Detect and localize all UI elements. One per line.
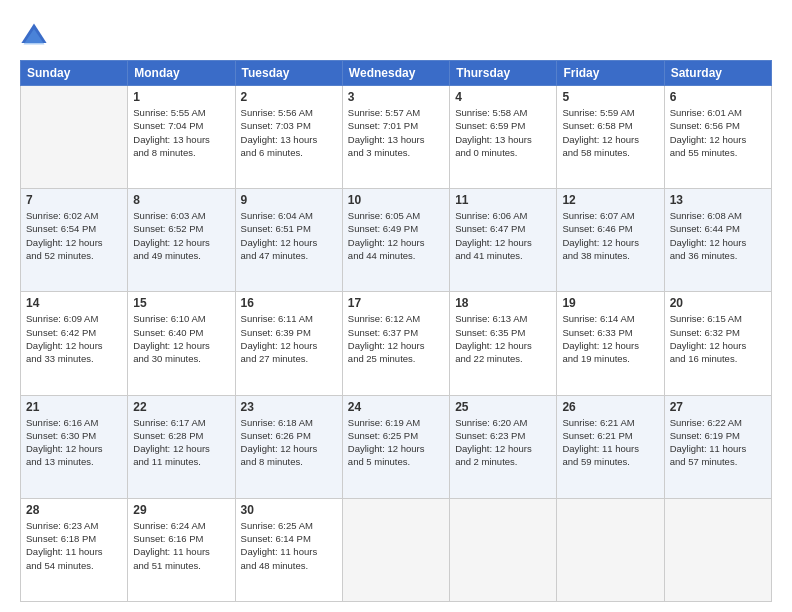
calendar-cell: 12Sunrise: 6:07 AM Sunset: 6:46 PM Dayli… (557, 189, 664, 292)
day-info: Sunrise: 5:57 AM Sunset: 7:01 PM Dayligh… (348, 106, 444, 159)
calendar-cell: 4Sunrise: 5:58 AM Sunset: 6:59 PM Daylig… (450, 86, 557, 189)
day-number: 9 (241, 193, 337, 207)
header (20, 18, 772, 50)
day-info: Sunrise: 6:11 AM Sunset: 6:39 PM Dayligh… (241, 312, 337, 365)
day-info: Sunrise: 6:20 AM Sunset: 6:23 PM Dayligh… (455, 416, 551, 469)
day-number: 16 (241, 296, 337, 310)
calendar-cell: 3Sunrise: 5:57 AM Sunset: 7:01 PM Daylig… (342, 86, 449, 189)
day-info: Sunrise: 6:02 AM Sunset: 6:54 PM Dayligh… (26, 209, 122, 262)
day-number: 24 (348, 400, 444, 414)
calendar-cell: 22Sunrise: 6:17 AM Sunset: 6:28 PM Dayli… (128, 395, 235, 498)
day-info: Sunrise: 6:19 AM Sunset: 6:25 PM Dayligh… (348, 416, 444, 469)
calendar-cell: 19Sunrise: 6:14 AM Sunset: 6:33 PM Dayli… (557, 292, 664, 395)
day-number: 15 (133, 296, 229, 310)
day-info: Sunrise: 6:07 AM Sunset: 6:46 PM Dayligh… (562, 209, 658, 262)
calendar-cell (21, 86, 128, 189)
day-info: Sunrise: 6:09 AM Sunset: 6:42 PM Dayligh… (26, 312, 122, 365)
calendar-cell: 14Sunrise: 6:09 AM Sunset: 6:42 PM Dayli… (21, 292, 128, 395)
day-info: Sunrise: 6:06 AM Sunset: 6:47 PM Dayligh… (455, 209, 551, 262)
day-number: 19 (562, 296, 658, 310)
calendar-cell: 29Sunrise: 6:24 AM Sunset: 6:16 PM Dayli… (128, 498, 235, 601)
day-number: 25 (455, 400, 551, 414)
calendar-cell: 18Sunrise: 6:13 AM Sunset: 6:35 PM Dayli… (450, 292, 557, 395)
calendar-cell: 24Sunrise: 6:19 AM Sunset: 6:25 PM Dayli… (342, 395, 449, 498)
day-info: Sunrise: 5:58 AM Sunset: 6:59 PM Dayligh… (455, 106, 551, 159)
day-info: Sunrise: 6:12 AM Sunset: 6:37 PM Dayligh… (348, 312, 444, 365)
logo (20, 22, 51, 50)
day-number: 8 (133, 193, 229, 207)
day-number: 11 (455, 193, 551, 207)
day-info: Sunrise: 5:56 AM Sunset: 7:03 PM Dayligh… (241, 106, 337, 159)
day-number: 12 (562, 193, 658, 207)
page: SundayMondayTuesdayWednesdayThursdayFrid… (0, 0, 792, 612)
calendar-cell: 23Sunrise: 6:18 AM Sunset: 6:26 PM Dayli… (235, 395, 342, 498)
day-number: 10 (348, 193, 444, 207)
day-number: 18 (455, 296, 551, 310)
day-number: 29 (133, 503, 229, 517)
weekday-header-tuesday: Tuesday (235, 61, 342, 86)
calendar-cell (664, 498, 771, 601)
day-number: 22 (133, 400, 229, 414)
day-number: 28 (26, 503, 122, 517)
weekday-header-friday: Friday (557, 61, 664, 86)
day-info: Sunrise: 6:13 AM Sunset: 6:35 PM Dayligh… (455, 312, 551, 365)
day-info: Sunrise: 6:21 AM Sunset: 6:21 PM Dayligh… (562, 416, 658, 469)
calendar-cell: 17Sunrise: 6:12 AM Sunset: 6:37 PM Dayli… (342, 292, 449, 395)
calendar-week-row: 1Sunrise: 5:55 AM Sunset: 7:04 PM Daylig… (21, 86, 772, 189)
calendar-table: SundayMondayTuesdayWednesdayThursdayFrid… (20, 60, 772, 602)
calendar-week-row: 7Sunrise: 6:02 AM Sunset: 6:54 PM Daylig… (21, 189, 772, 292)
calendar-cell: 7Sunrise: 6:02 AM Sunset: 6:54 PM Daylig… (21, 189, 128, 292)
day-number: 2 (241, 90, 337, 104)
day-info: Sunrise: 6:10 AM Sunset: 6:40 PM Dayligh… (133, 312, 229, 365)
day-number: 4 (455, 90, 551, 104)
day-info: Sunrise: 5:55 AM Sunset: 7:04 PM Dayligh… (133, 106, 229, 159)
day-number: 21 (26, 400, 122, 414)
day-number: 20 (670, 296, 766, 310)
day-number: 5 (562, 90, 658, 104)
day-info: Sunrise: 6:08 AM Sunset: 6:44 PM Dayligh… (670, 209, 766, 262)
weekday-header-thursday: Thursday (450, 61, 557, 86)
day-info: Sunrise: 6:14 AM Sunset: 6:33 PM Dayligh… (562, 312, 658, 365)
day-number: 14 (26, 296, 122, 310)
weekday-header-row: SundayMondayTuesdayWednesdayThursdayFrid… (21, 61, 772, 86)
calendar-cell (557, 498, 664, 601)
calendar-cell: 5Sunrise: 5:59 AM Sunset: 6:58 PM Daylig… (557, 86, 664, 189)
calendar-cell: 16Sunrise: 6:11 AM Sunset: 6:39 PM Dayli… (235, 292, 342, 395)
calendar-cell: 1Sunrise: 5:55 AM Sunset: 7:04 PM Daylig… (128, 86, 235, 189)
calendar-cell: 30Sunrise: 6:25 AM Sunset: 6:14 PM Dayli… (235, 498, 342, 601)
calendar-cell (342, 498, 449, 601)
weekday-header-wednesday: Wednesday (342, 61, 449, 86)
day-number: 26 (562, 400, 658, 414)
day-info: Sunrise: 5:59 AM Sunset: 6:58 PM Dayligh… (562, 106, 658, 159)
day-number: 23 (241, 400, 337, 414)
calendar-cell: 15Sunrise: 6:10 AM Sunset: 6:40 PM Dayli… (128, 292, 235, 395)
day-info: Sunrise: 6:03 AM Sunset: 6:52 PM Dayligh… (133, 209, 229, 262)
day-info: Sunrise: 6:24 AM Sunset: 6:16 PM Dayligh… (133, 519, 229, 572)
day-number: 1 (133, 90, 229, 104)
day-info: Sunrise: 6:18 AM Sunset: 6:26 PM Dayligh… (241, 416, 337, 469)
day-info: Sunrise: 6:23 AM Sunset: 6:18 PM Dayligh… (26, 519, 122, 572)
day-number: 27 (670, 400, 766, 414)
calendar-week-row: 28Sunrise: 6:23 AM Sunset: 6:18 PM Dayli… (21, 498, 772, 601)
day-number: 17 (348, 296, 444, 310)
day-number: 3 (348, 90, 444, 104)
calendar-cell: 9Sunrise: 6:04 AM Sunset: 6:51 PM Daylig… (235, 189, 342, 292)
weekday-header-saturday: Saturday (664, 61, 771, 86)
day-number: 7 (26, 193, 122, 207)
calendar-cell: 27Sunrise: 6:22 AM Sunset: 6:19 PM Dayli… (664, 395, 771, 498)
day-number: 30 (241, 503, 337, 517)
day-info: Sunrise: 6:04 AM Sunset: 6:51 PM Dayligh… (241, 209, 337, 262)
day-info: Sunrise: 6:05 AM Sunset: 6:49 PM Dayligh… (348, 209, 444, 262)
weekday-header-monday: Monday (128, 61, 235, 86)
calendar-cell: 2Sunrise: 5:56 AM Sunset: 7:03 PM Daylig… (235, 86, 342, 189)
day-info: Sunrise: 6:15 AM Sunset: 6:32 PM Dayligh… (670, 312, 766, 365)
day-number: 6 (670, 90, 766, 104)
day-info: Sunrise: 6:17 AM Sunset: 6:28 PM Dayligh… (133, 416, 229, 469)
calendar-cell (450, 498, 557, 601)
calendar-cell: 13Sunrise: 6:08 AM Sunset: 6:44 PM Dayli… (664, 189, 771, 292)
day-number: 13 (670, 193, 766, 207)
day-info: Sunrise: 6:25 AM Sunset: 6:14 PM Dayligh… (241, 519, 337, 572)
calendar-cell: 10Sunrise: 6:05 AM Sunset: 6:49 PM Dayli… (342, 189, 449, 292)
calendar-week-row: 21Sunrise: 6:16 AM Sunset: 6:30 PM Dayli… (21, 395, 772, 498)
calendar-cell: 20Sunrise: 6:15 AM Sunset: 6:32 PM Dayli… (664, 292, 771, 395)
